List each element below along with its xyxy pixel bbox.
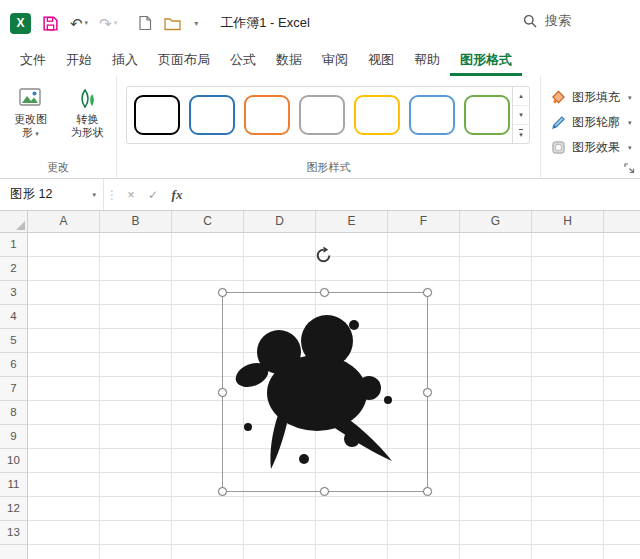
rotate-handle[interactable] <box>314 246 333 265</box>
selection-handle-nw[interactable] <box>218 288 227 297</box>
selection-handle-w[interactable] <box>218 388 227 397</box>
selection-handle-e[interactable] <box>423 388 432 397</box>
selection-handle-ne[interactable] <box>423 288 432 297</box>
excel-window: X ↶ ▾ ↷ ▾ ▾ <box>0 0 640 559</box>
ink-splat-shape[interactable] <box>228 303 424 481</box>
selection-handle-sw[interactable] <box>218 487 227 496</box>
selection-handle-s[interactable] <box>320 487 329 496</box>
selection-handle-n[interactable] <box>320 288 329 297</box>
selection-handle-se[interactable] <box>423 487 432 496</box>
shape-layer <box>0 0 640 559</box>
